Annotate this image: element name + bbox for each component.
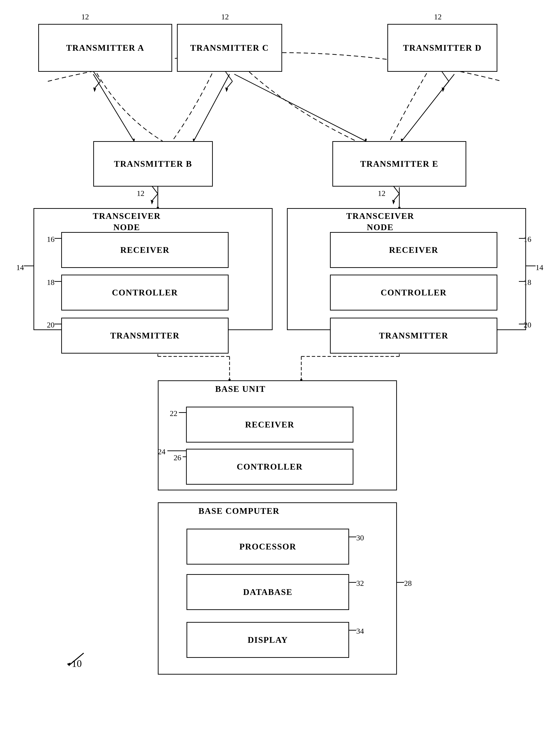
svg-line-37: [69, 653, 84, 665]
svg-marker-27: [151, 200, 154, 204]
ref-12-b: 12: [137, 189, 144, 198]
left-controller-label: CONTROLLER: [112, 287, 178, 297]
processor-box: PROCESSOR: [187, 529, 349, 565]
right-controller-label: CONTROLLER: [381, 287, 447, 297]
svg-marker-30: [225, 87, 228, 92]
transmitter-b-box: TRANSMITTER B: [93, 141, 213, 187]
base-unit-controller-box: CONTROLLER: [186, 449, 353, 485]
right-controller-box: CONTROLLER: [330, 274, 497, 310]
svg-marker-36: [392, 200, 395, 204]
ref-20-left: 20: [47, 320, 55, 329]
right-transmitter-node-box: TRANSMITTER: [330, 318, 497, 353]
svg-line-6: [402, 74, 454, 141]
display-label: DISPLAY: [248, 635, 288, 645]
svg-line-4: [234, 74, 366, 141]
ref-32: 32: [356, 579, 364, 588]
svg-line-31: [441, 71, 449, 81]
ref-28: 28: [404, 579, 412, 588]
left-transceiver-node-label: TRANSCEIVERNODE: [91, 210, 163, 233]
right-receiver-label: RECEIVER: [389, 245, 438, 255]
transmitter-d-label: TRANSMITTER D: [403, 43, 482, 53]
right-transceiver-node-label: TRANSCEIVERNODE: [344, 210, 416, 233]
transmitter-a-label: TRANSMITTER A: [66, 43, 144, 53]
svg-line-35: [393, 194, 399, 201]
ref-16-left: 16: [47, 235, 55, 244]
ref-24: 24: [158, 447, 165, 456]
svg-line-28: [225, 71, 232, 81]
ref-22: 22: [170, 409, 177, 418]
ref-26: 26: [174, 453, 181, 462]
transmitter-d-box: TRANSMITTER D: [387, 24, 497, 72]
database-label: DATABASE: [243, 587, 293, 597]
ref-34: 34: [356, 627, 364, 636]
ref-20-right: 20: [524, 320, 531, 329]
ref-12-c: 12: [221, 12, 229, 21]
left-receiver-label: RECEIVER: [120, 245, 170, 255]
ref-12-d: 12: [434, 12, 442, 21]
base-computer-label: BASE COMPUTER: [198, 506, 280, 516]
database-box: DATABASE: [187, 574, 349, 610]
ref-14-left: 14: [16, 263, 24, 272]
display-box: DISPLAY: [187, 622, 349, 658]
svg-line-22: [93, 71, 100, 81]
transmitter-c-box: TRANSMITTER C: [177, 24, 282, 72]
svg-line-2: [194, 74, 230, 141]
ref-18-left: 18: [47, 278, 55, 287]
right-receiver-box: RECEIVER: [330, 232, 497, 268]
svg-line-32: [443, 81, 449, 88]
processor-label: PROCESSOR: [239, 542, 296, 552]
ref-18-right: 18: [524, 278, 531, 287]
svg-marker-24: [93, 87, 96, 92]
ref-30: 30: [356, 534, 364, 542]
svg-line-29: [226, 81, 232, 88]
right-transmitter-node-label: TRANSMITTER: [379, 330, 448, 340]
svg-line-26: [152, 194, 158, 201]
base-unit-receiver-label: RECEIVER: [245, 420, 294, 430]
left-transmitter-node-label: TRANSMITTER: [110, 330, 180, 340]
transmitter-e-label: TRANSMITTER E: [360, 159, 438, 169]
base-unit-label: BASE UNIT: [215, 384, 266, 394]
left-transmitter-node-box: TRANSMITTER: [61, 318, 229, 353]
transmitter-a-box: TRANSMITTER A: [38, 24, 172, 72]
svg-line-0: [93, 74, 134, 141]
svg-line-23: [94, 81, 100, 88]
left-controller-box: CONTROLLER: [61, 274, 229, 310]
transmitter-c-label: TRANSMITTER C: [190, 43, 269, 53]
ref-12-a: 12: [81, 12, 89, 21]
ref-12-e: 12: [378, 189, 385, 198]
transmitter-b-label: TRANSMITTER B: [114, 159, 192, 169]
svg-marker-33: [442, 87, 445, 92]
base-unit-controller-label: CONTROLLER: [237, 462, 303, 472]
ref-16-right: 16: [524, 235, 531, 244]
ref-14-right: 14: [536, 263, 543, 272]
transmitter-e-box: TRANSMITTER E: [332, 141, 466, 187]
left-receiver-box: RECEIVER: [61, 232, 229, 268]
base-unit-receiver-box: RECEIVER: [186, 407, 353, 443]
